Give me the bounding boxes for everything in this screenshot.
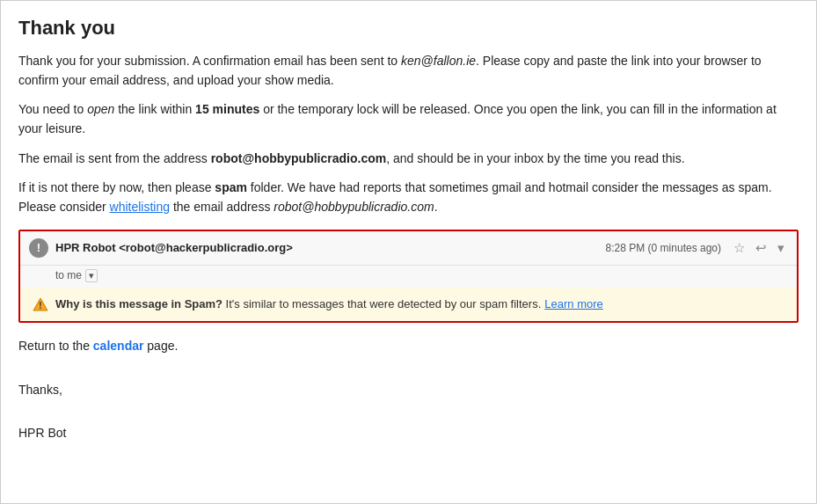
- more-button[interactable]: ▾: [774, 238, 788, 258]
- p4-bold: spam: [215, 180, 247, 194]
- page-container: Thank you Thank you for your submission.…: [0, 0, 817, 504]
- p2-bold: 15 minutes: [195, 102, 259, 116]
- paragraph-3: The email is sent from the address robot…: [18, 150, 799, 169]
- warning-icon: !: [33, 296, 48, 312]
- p4-end-start: the email address: [170, 200, 274, 214]
- email-to-row: to me ▾: [20, 266, 797, 288]
- email-preview-box: ! HPR Robot <robot@hackerpublicradio.org…: [18, 230, 799, 323]
- p3-bold: robot@hobbypublicradio.com: [211, 151, 387, 165]
- p1-start: Thank you for your submission. A confirm…: [18, 54, 401, 68]
- reply-button[interactable]: ↩: [752, 238, 770, 258]
- whitelisting-link[interactable]: whitelisting: [110, 200, 170, 214]
- p2-italic: open: [87, 102, 114, 116]
- spam-warning-text: Why is this message in Spam? It's simila…: [55, 297, 603, 310]
- to-label: to me: [55, 269, 82, 281]
- email-time: 8:28 PM (0 minutes ago): [606, 242, 721, 254]
- spam-warning-bold: Why is this message in Spam?: [55, 297, 222, 310]
- thanks-section: Return to the calendar page. Thanks, HPR…: [18, 337, 799, 443]
- star-button[interactable]: ☆: [730, 238, 748, 258]
- thanks-text: Thanks,: [18, 381, 799, 400]
- paragraph-2: You need to open the link within 15 minu…: [18, 100, 799, 138]
- email-actions: ☆ ↩ ▾: [730, 238, 788, 258]
- paragraph-4: If it is not there by now, then please s…: [18, 179, 799, 216]
- paragraph-1: Thank you for your submission. A confirm…: [18, 52, 799, 90]
- p3-end: , and should be in your inbox by the tim…: [386, 151, 684, 165]
- return-paragraph: Return to the calendar page.: [18, 337, 799, 356]
- email-header: ! HPR Robot <robot@hackerpublicradio.org…: [20, 231, 797, 266]
- to-dropdown[interactable]: ▾: [85, 269, 98, 282]
- p3-start: The email is sent from the address: [18, 151, 211, 165]
- learn-more-link[interactable]: Learn more: [544, 297, 602, 310]
- p2-start: You need to: [18, 102, 87, 116]
- page-title: Thank you: [18, 17, 799, 40]
- p4-italic: robot@hobbypublicradio.com: [274, 200, 434, 214]
- svg-text:!: !: [39, 301, 41, 310]
- sender-name: HPR Robot <robot@hackerpublicradio.org>: [55, 241, 606, 254]
- return-text-start: Return to the: [18, 339, 93, 353]
- sender-icon: !: [29, 238, 48, 258]
- signature: HPR Bot: [18, 424, 799, 443]
- p4-end: .: [434, 200, 438, 214]
- return-text-end: page.: [143, 339, 178, 353]
- calendar-link[interactable]: calendar: [93, 339, 144, 353]
- p2-middle: the link within: [114, 102, 195, 116]
- spam-warning-body: It's similar to messages that were detec…: [222, 297, 541, 310]
- p4-start: If it is not there by now, then please: [18, 180, 215, 194]
- spam-warning: ! Why is this message in Spam? It's simi…: [20, 288, 797, 321]
- p1-email: ken@fallon.ie: [401, 54, 476, 68]
